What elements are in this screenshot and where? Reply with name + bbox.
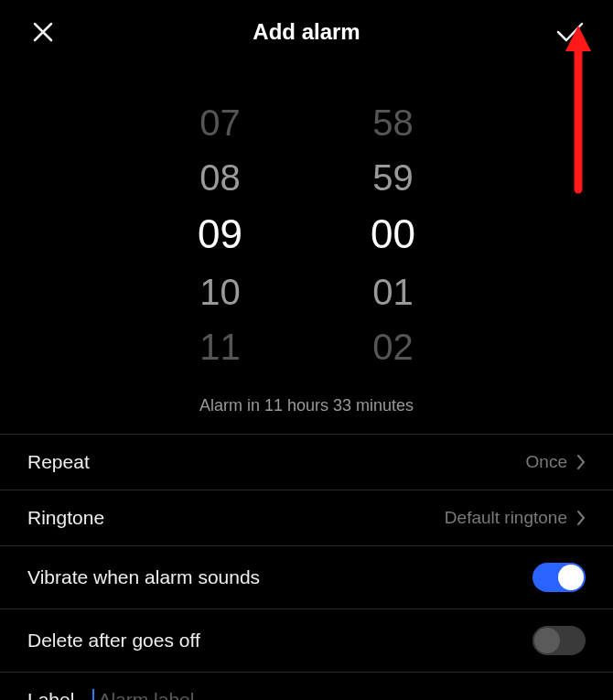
minute-option: 02 xyxy=(372,325,414,369)
close-button[interactable] xyxy=(27,16,59,48)
delete-after-row: Delete after goes off xyxy=(0,609,613,673)
label-placeholder: Alarm label xyxy=(98,689,194,700)
repeat-label: Repeat xyxy=(27,451,90,473)
chevron-right-icon xyxy=(576,510,586,526)
label-input[interactable]: Alarm label xyxy=(92,689,194,700)
delete-after-label: Delete after goes off xyxy=(27,630,200,652)
hour-wheel[interactable]: 07 08 09 10 11 xyxy=(198,101,242,369)
hour-option: 10 xyxy=(199,270,241,314)
repeat-row[interactable]: Repeat Once xyxy=(0,435,613,490)
vibrate-row: Vibrate when alarm sounds xyxy=(0,546,613,609)
hour-option: 08 xyxy=(199,156,241,199)
close-icon xyxy=(31,20,55,44)
delete-after-toggle[interactable] xyxy=(532,626,586,655)
text-cursor xyxy=(92,689,94,700)
chevron-right-icon xyxy=(576,454,586,470)
label-field-label: Label xyxy=(27,689,74,700)
alarm-countdown: Alarm in 11 hours 33 minutes xyxy=(0,396,613,415)
minute-option: 59 xyxy=(372,156,414,199)
checkmark-icon xyxy=(555,20,585,44)
label-row: Label Alarm label xyxy=(0,673,613,700)
hour-option-selected: 09 xyxy=(198,210,242,259)
ringtone-value: Default ringtone xyxy=(445,508,567,528)
minute-option: 58 xyxy=(372,101,414,145)
ringtone-row[interactable]: Ringtone Default ringtone xyxy=(0,490,613,546)
hour-option: 07 xyxy=(199,101,241,145)
minute-option-selected: 00 xyxy=(371,210,415,259)
vibrate-label: Vibrate when alarm sounds xyxy=(27,566,260,588)
page-title: Add alarm xyxy=(59,19,554,45)
vibrate-toggle[interactable] xyxy=(532,563,586,592)
minute-option: 01 xyxy=(372,270,414,314)
repeat-value: Once xyxy=(526,452,567,472)
confirm-button[interactable] xyxy=(554,16,586,48)
hour-option: 11 xyxy=(199,325,241,369)
minute-wheel[interactable]: 58 59 00 01 02 xyxy=(371,101,415,369)
ringtone-label: Ringtone xyxy=(27,507,104,529)
